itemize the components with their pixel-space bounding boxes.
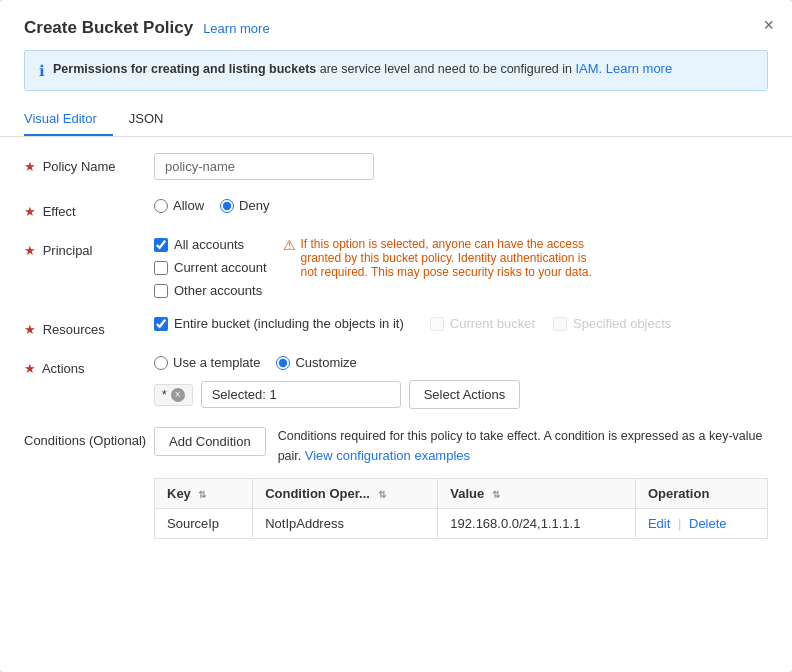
row-condition-oper: NotIpAddress (253, 508, 438, 538)
effect-allow-radio[interactable] (154, 199, 168, 213)
actions-customize-item[interactable]: Customize (276, 355, 356, 370)
actions-use-template-radio[interactable] (154, 356, 168, 370)
effect-allow-item[interactable]: Allow (154, 198, 204, 213)
principal-warning-text: If this option is selected, anyone can h… (301, 237, 593, 279)
operation-divider: | (678, 516, 681, 531)
info-banner: ℹ Permissions for creating and listing b… (24, 50, 768, 91)
actions-options: Use a template Customize * × Se (154, 355, 520, 409)
iam-link[interactable]: IAM. (575, 61, 602, 76)
col-condition-oper-sort-icon: ⇅ (378, 489, 386, 500)
col-key-sort-icon: ⇅ (198, 489, 206, 500)
add-condition-button[interactable]: Add Condition (154, 427, 266, 456)
resources-content: Entire bucket (including the objects in … (154, 316, 768, 331)
row-operation: Edit | Delete (635, 508, 767, 538)
col-key-label: Key (167, 486, 191, 501)
resources-entire-bucket-item[interactable]: Entire bucket (including the objects in … (154, 316, 404, 331)
effect-row: ★ Effect Allow Deny (24, 198, 768, 219)
header-learn-more-link[interactable]: Learn more (203, 21, 269, 36)
effect-label: ★ Effect (24, 198, 154, 219)
policy-name-label: ★ Policy Name (24, 153, 154, 174)
actions-row: ★ Actions Use a template Customize (24, 355, 768, 409)
effect-deny-radio[interactable] (220, 199, 234, 213)
principal-all-accounts-label: All accounts (174, 237, 244, 252)
effect-radio-group: Allow Deny (154, 198, 269, 213)
actions-customize-label: Customize (295, 355, 356, 370)
principal-label: ★ Principal (24, 237, 154, 258)
resources-row: ★ Resources Entire bucket (including the… (24, 316, 768, 337)
col-operation-label: Operation (648, 486, 709, 501)
form-area: ★ Policy Name ★ Effect Allow (0, 137, 792, 569)
edit-link[interactable]: Edit (648, 516, 670, 531)
row-key: SourceIp (155, 508, 253, 538)
conditions-desc: Conditions required for this policy to t… (278, 427, 768, 466)
actions-label: ★ Actions (24, 355, 154, 376)
col-condition-oper: Condition Oper... ⇅ (253, 478, 438, 508)
conditions-table: Key ⇅ Condition Oper... ⇅ Value ⇅ (154, 478, 768, 539)
principal-current-account-checkbox[interactable] (154, 261, 168, 275)
principal-current-account-item[interactable]: Current account (154, 260, 267, 275)
resources-specified-objects-checkbox[interactable] (553, 317, 567, 331)
policy-name-content (154, 153, 768, 180)
actions-use-template-label: Use a template (173, 355, 260, 370)
modal-header: Create Bucket Policy Learn more × (0, 0, 792, 50)
create-bucket-policy-modal: Create Bucket Policy Learn more × ℹ Perm… (0, 0, 792, 672)
resources-current-bucket-label: Current bucket (450, 316, 535, 331)
policy-name-input[interactable] (154, 153, 374, 180)
banner-learn-more-link[interactable]: Learn more (606, 61, 672, 76)
close-button[interactable]: × (763, 16, 774, 34)
modal-title: Create Bucket Policy (24, 18, 193, 38)
row-value: 192.168.0.0/24,1.1.1.1 (438, 508, 636, 538)
conditions-label: Conditions (Optional) (24, 427, 154, 448)
actions-radio-group: Use a template Customize (154, 355, 520, 370)
effect-deny-label: Deny (239, 198, 269, 213)
actions-tag: * × (154, 384, 193, 406)
principal-other-accounts-label: Other accounts (174, 283, 262, 298)
policy-name-row: ★ Policy Name (24, 153, 768, 180)
col-operation: Operation (635, 478, 767, 508)
actions-content: Use a template Customize * × Se (154, 355, 768, 409)
col-condition-oper-label: Condition Oper... (265, 486, 370, 501)
effect-allow-label: Allow (173, 198, 204, 213)
delete-link[interactable]: Delete (689, 516, 727, 531)
resources-entire-bucket-label: Entire bucket (including the objects in … (174, 316, 404, 331)
principal-all-accounts-item[interactable]: All accounts (154, 237, 267, 252)
warning-triangle-icon: ⚠ (283, 237, 296, 253)
resources-entire-bucket-checkbox[interactable] (154, 317, 168, 331)
table-row: SourceIp NotIpAddress 192.168.0.0/24,1.1… (155, 508, 768, 538)
tabs-bar: Visual Editor JSON (0, 103, 792, 137)
col-value: Value ⇅ (438, 478, 636, 508)
actions-use-template-item[interactable]: Use a template (154, 355, 260, 370)
select-actions-button[interactable]: Select Actions (409, 380, 521, 409)
info-icon: ℹ (39, 62, 45, 80)
resources-specified-objects-label: Specified objects (573, 316, 671, 331)
tab-visual-editor[interactable]: Visual Editor (24, 103, 113, 136)
principal-with-warning: All accounts Current account Other accou… (154, 237, 593, 298)
resources-label: ★ Resources (24, 316, 154, 337)
resources-current-bucket-checkbox[interactable] (430, 317, 444, 331)
principal-warning-box: ⚠ If this option is selected, anyone can… (283, 237, 593, 279)
principal-other-accounts-item[interactable]: Other accounts (154, 283, 267, 298)
conditions-table-header-row: Key ⇅ Condition Oper... ⇅ Value ⇅ (155, 478, 768, 508)
principal-all-accounts-checkbox[interactable] (154, 238, 168, 252)
col-key: Key ⇅ (155, 478, 253, 508)
actions-selected-input[interactable] (201, 381, 401, 408)
actions-tag-remove-btn[interactable]: × (171, 388, 185, 402)
principal-other-accounts-checkbox[interactable] (154, 284, 168, 298)
resources-current-bucket-item[interactable]: Current bucket (430, 316, 535, 331)
conditions-content: Add Condition Conditions required for th… (154, 427, 768, 539)
effect-deny-item[interactable]: Deny (220, 198, 269, 213)
principal-content: All accounts Current account Other accou… (154, 237, 768, 298)
view-config-examples-link[interactable]: View configuration examples (305, 448, 470, 463)
resources-specified-objects-item[interactable]: Specified objects (553, 316, 671, 331)
col-value-sort-icon: ⇅ (492, 489, 500, 500)
actions-customize-radio[interactable] (276, 356, 290, 370)
actions-tag-label: * (162, 388, 167, 402)
selected-actions-row: * × Select Actions (154, 380, 520, 409)
effect-content: Allow Deny (154, 198, 768, 213)
col-value-label: Value (450, 486, 484, 501)
principal-options: All accounts Current account Other accou… (154, 237, 267, 298)
info-banner-text: Permissions for creating and listing buc… (53, 61, 672, 76)
principal-row: ★ Principal All accounts Current account (24, 237, 768, 298)
tab-json[interactable]: JSON (129, 103, 180, 136)
principal-current-account-label: Current account (174, 260, 267, 275)
